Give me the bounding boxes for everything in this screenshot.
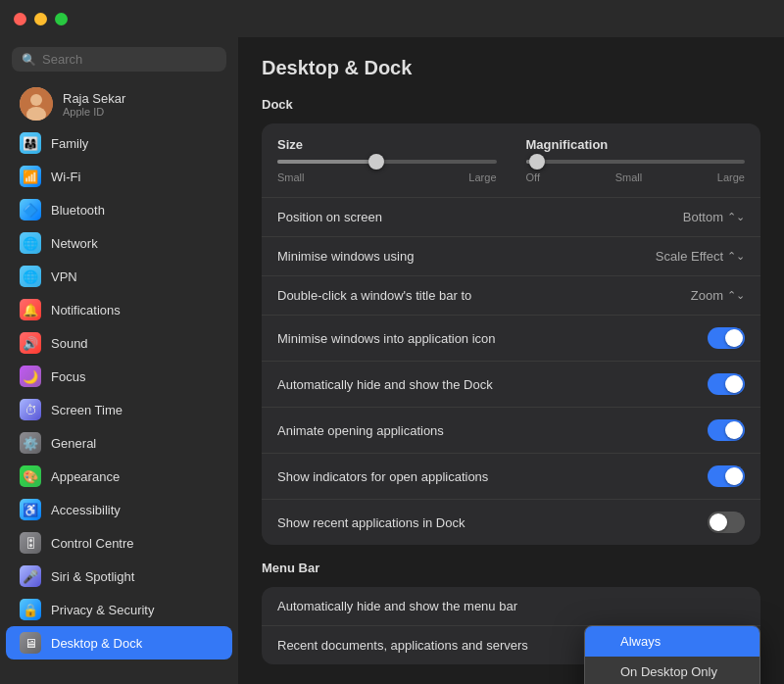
label-position: Position on screen xyxy=(277,210,683,224)
label-minimise-app: Minimise windows into application icon xyxy=(277,331,708,346)
mag-small-label: Small xyxy=(615,171,643,183)
size-slider-labels: Small Large xyxy=(277,171,497,183)
sound-icon: 🔊 xyxy=(20,332,41,354)
toggle-show-indicators[interactable] xyxy=(708,465,745,487)
row-show-indicators: Show indicators for open applications xyxy=(262,454,760,500)
sidebar-label-general: General xyxy=(51,436,96,451)
dropdown-option-on-desktop-only[interactable]: On Desktop Only xyxy=(585,657,760,684)
sidebar-label-controlcentre: Control Centre xyxy=(51,536,134,551)
sidebar-label-network: Network xyxy=(51,236,98,251)
sidebar-item-sound[interactable]: 🔊Sound xyxy=(6,326,232,360)
sidebar-item-notifications[interactable]: 🔔Notifications xyxy=(6,293,232,326)
label-doubleclick: Double-click a window's title bar to xyxy=(277,288,691,303)
dock-rows: Position on screenBottom ⌃⌄Minimise wind… xyxy=(262,198,760,545)
row-animate: Animate opening applications xyxy=(262,408,760,454)
sidebar-item-profile[interactable]: Raja Sekar Apple ID xyxy=(6,81,232,126)
mag-slider-labels: Off Small Large xyxy=(526,171,746,183)
focus-icon: 🌙 xyxy=(20,366,41,387)
accessibility-icon: ♿ xyxy=(20,499,41,520)
sidebar-item-appearance[interactable]: 🎨Appearance xyxy=(6,460,232,493)
option-label: On Desktop Only xyxy=(620,664,717,679)
row-position: Position on screenBottom ⌃⌄ xyxy=(262,198,760,237)
toggle-recent-apps[interactable] xyxy=(708,512,745,533)
sidebar-label-vpn: VPN xyxy=(51,269,77,284)
sidebar-label-accessibility: Accessibility xyxy=(51,503,121,517)
row-doubleclick: Double-click a window's title bar toZoom… xyxy=(262,276,760,316)
sidebar-label-desktop: Desktop & Dock xyxy=(51,636,142,651)
sidebar-label-siri: Siri & Spotlight xyxy=(51,569,134,584)
sidebar-label-bluetooth: Bluetooth xyxy=(51,203,105,218)
sidebar-item-siri[interactable]: 🎤Siri & Spotlight xyxy=(6,560,232,593)
siri-icon: 🎤 xyxy=(20,565,41,587)
label-autohide-dock: Automatically hide and show the Dock xyxy=(277,377,708,392)
row-recent-apps: Show recent applications in Dock xyxy=(262,500,760,545)
sidebar-item-focus[interactable]: 🌙Focus xyxy=(6,360,232,393)
magnification-label: Magnification xyxy=(526,137,746,152)
search-input[interactable] xyxy=(42,52,217,67)
sidebar-item-bluetooth[interactable]: 🔷Bluetooth xyxy=(6,193,232,226)
label-minimise-using: Minimise windows using xyxy=(277,249,656,264)
svg-point-1 xyxy=(30,94,42,106)
toggle-animate[interactable] xyxy=(708,419,745,441)
profile-info: Raja Sekar Apple ID xyxy=(63,91,125,118)
sidebar-item-vpn[interactable]: 🌐VPN xyxy=(6,260,232,293)
dropdown-position[interactable]: Bottom ⌃⌄ xyxy=(683,210,745,224)
sidebar-item-desktop[interactable]: 🖥Desktop & Dock xyxy=(6,626,232,660)
sidebar-label-notifications: Notifications xyxy=(51,303,121,318)
sidebar-item-controlcentre[interactable]: 🎛Control Centre xyxy=(6,526,232,560)
sidebar-item-network[interactable]: 🌐Network xyxy=(6,226,232,260)
search-bar[interactable]: 🔍 xyxy=(12,47,226,72)
sidebar-label-screentime: Screen Time xyxy=(51,403,122,417)
sidebar-item-screentime[interactable]: ⏱Screen Time xyxy=(6,393,232,426)
size-slider-group: Size Small Large xyxy=(277,137,497,183)
sidebar-label-appearance: Appearance xyxy=(51,469,120,484)
sidebar-item-accessibility[interactable]: ♿Accessibility xyxy=(6,493,232,526)
search-icon: 🔍 xyxy=(22,53,36,67)
sidebar-item-wifi[interactable]: 📶Wi-Fi xyxy=(6,160,232,193)
dropdown-minimise-using[interactable]: Scale Effect ⌃⌄ xyxy=(656,249,745,264)
label-animate: Animate opening applications xyxy=(277,423,708,438)
maximize-button[interactable] xyxy=(55,13,68,25)
row-minimise-app: Minimise windows into application icon xyxy=(262,316,760,362)
mag-large-label: Large xyxy=(717,171,745,183)
menubar-row-autohide-menubar: Automatically hide and show the menu bar… xyxy=(262,587,760,626)
toggle-autohide-dock[interactable] xyxy=(708,373,745,395)
slider-row: Size Small Large Magnification xyxy=(277,137,745,183)
profile-subtitle: Apple ID xyxy=(63,106,125,118)
slider-section: Size Small Large Magnification xyxy=(262,123,760,198)
label-show-indicators: Show indicators for open applications xyxy=(277,469,708,484)
sidebar-label-family: Family xyxy=(51,136,88,151)
minimize-button[interactable] xyxy=(34,13,47,25)
close-button[interactable] xyxy=(14,13,26,25)
toggle-minimise-app[interactable] xyxy=(708,327,745,349)
menubar-rows: Automatically hide and show the menu bar… xyxy=(262,587,760,664)
mag-slider-track[interactable] xyxy=(526,160,746,164)
sidebar-items: 👨‍👩‍👧Family📶Wi-Fi🔷Bluetooth🌐Network🌐VPN🔔… xyxy=(0,126,238,660)
sidebar-item-privacy[interactable]: 🔒Privacy & Security xyxy=(6,593,232,626)
dropdown-option-always[interactable]: Always xyxy=(585,626,760,657)
mag-slider-thumb[interactable] xyxy=(529,154,545,170)
dock-section-title: Dock xyxy=(262,97,760,112)
desktop-icon: 🖥 xyxy=(20,632,41,654)
menubar-label-autohide-menubar: Automatically hide and show the menu bar xyxy=(277,599,745,613)
sidebar-item-family[interactable]: 👨‍👩‍👧Family xyxy=(6,126,232,160)
row-minimise-using: Minimise windows usingScale Effect ⌃⌄ xyxy=(262,237,760,276)
size-slider-track[interactable] xyxy=(277,160,497,164)
vpn-icon: 🌐 xyxy=(20,266,41,287)
network-icon: 🌐 xyxy=(20,232,41,254)
page-title: Desktop & Dock xyxy=(262,57,760,79)
autohide-dropdown-popup: AlwaysOn Desktop Only✓In Full Screen Onl… xyxy=(584,625,760,684)
size-large-label: Large xyxy=(468,171,496,183)
main-layout: 🔍 Raja Sekar Apple ID 👨‍👩‍👧Family📶Wi-Fi🔷… xyxy=(0,37,784,684)
magnification-slider-group: Magnification Off Small Large xyxy=(526,137,746,183)
appearance-icon: 🎨 xyxy=(20,465,41,487)
privacy-icon: 🔒 xyxy=(20,599,41,620)
size-slider-thumb[interactable] xyxy=(368,154,384,170)
sidebar-item-general[interactable]: ⚙️General xyxy=(6,426,232,460)
dropdown-doubleclick[interactable]: Zoom ⌃⌄ xyxy=(691,288,745,303)
menubar-card: Automatically hide and show the menu bar… xyxy=(262,587,760,664)
general-icon: ⚙️ xyxy=(20,432,41,454)
dock-card: Size Small Large Magnification xyxy=(262,123,760,545)
avatar xyxy=(20,87,53,121)
mag-off-label: Off xyxy=(526,171,540,183)
